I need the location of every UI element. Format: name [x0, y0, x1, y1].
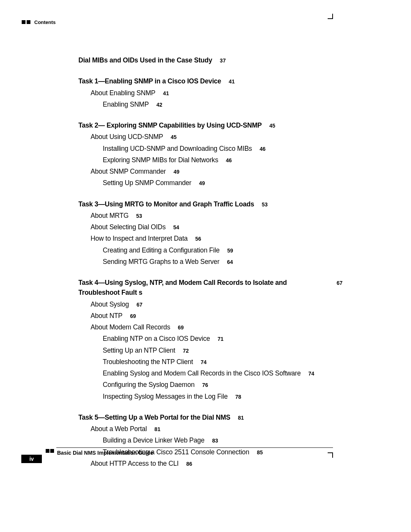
toc-entry-l2: Troubleshooting the NTP Client74 [103, 357, 342, 367]
toc-entry-page: 71 [218, 335, 224, 343]
toc-spacer [78, 190, 342, 197]
toc-entry-title: About Enabling SNMP [91, 88, 155, 98]
table-of-contents: Dial MIBs and OIDs Used in the Case Stud… [78, 53, 342, 470]
toc-entry-page: 53 [136, 212, 142, 220]
toc-entry-l2: Enabling NTP on a Cisco IOS Device71 [103, 334, 342, 343]
toc-entry-title: Building a Device Linker Web Page [103, 435, 204, 445]
toc-spacer [78, 403, 342, 410]
toc-entry-title: Enabling SNMP [103, 99, 149, 109]
toc-section: Task 1—Enabling SNMP in a Cisco IOS Devi… [78, 76, 342, 86]
toc-entry-l1: About a Web Portal81 [91, 424, 342, 434]
toc-entry-page: 74 [308, 370, 314, 378]
toc-entry-page: 67 [336, 279, 342, 287]
toc-entry-l1: About Selecting Dial OIDs54 [91, 222, 342, 232]
toc-entry-page: 45 [269, 122, 276, 130]
toc-spacer [78, 67, 342, 73]
toc-entry-page: 78 [235, 393, 241, 401]
toc-entry-title: Task 5—Setting Up a Web Portal for the D… [78, 412, 230, 422]
square-icon [50, 449, 54, 453]
toc-entry-title: Enabling Syslog and Modem Call Records i… [103, 368, 301, 378]
page-number: iv [21, 455, 42, 463]
guide-title: Basic Dial NMS Implementation Guide [57, 450, 153, 456]
toc-entry-title: About Selecting Dial OIDs [91, 222, 166, 232]
toc-entry-page: 45 [171, 133, 177, 141]
toc-entry-page: 46 [226, 157, 232, 165]
toc-entry-title: About Using UCD-SNMP [91, 132, 163, 142]
toc-entry-l1: About Syslog67 [91, 299, 342, 309]
toc-entry-title: Sending MRTG Graphs to a Web Server [103, 257, 220, 267]
toc-entry-title: Dial MIBs and OIDs Used in the Case Stud… [78, 55, 212, 65]
toc-entry-title: About Syslog [91, 299, 129, 309]
header-label: Contents [34, 19, 56, 25]
toc-entry-l2: Installing UCD-SNMP and Downloading Cisc… [103, 144, 342, 153]
toc-entry-title: Installing UCD-SNMP and Downloading Cisc… [103, 144, 252, 153]
toc-section: Task 3—Using MRTG to Monitor and Graph T… [78, 199, 342, 209]
toc-entry-page: 53 [262, 201, 268, 209]
toc-entry-page: 56 [195, 235, 201, 243]
toc-entry-page: 72 [183, 347, 189, 355]
toc-entry-page: 41 [163, 89, 169, 97]
toc-entry-page: 76 [202, 381, 208, 389]
toc-entry-title: Inspecting Syslog Messages in the Log Fi… [103, 391, 228, 401]
toc-entry-title: Task 2— Exploring SNMP Capabilities by U… [78, 120, 262, 130]
toc-entry-title: Creating and Editing a Configuration Fil… [103, 245, 220, 255]
toc-entry-title: Setting Up SNMP Commander [103, 178, 191, 188]
square-icon [46, 449, 49, 453]
square-icon [22, 20, 25, 24]
toc-entry-page: 67 [137, 301, 143, 309]
toc-entry-page: 42 [156, 101, 162, 109]
toc-entry-page: 49 [174, 168, 180, 176]
toc-section: Dial MIBs and OIDs Used in the Case Stud… [78, 55, 342, 65]
toc-entry-title: Exploring SNMP MIBs for Dial Networks [103, 155, 218, 165]
toc-entry-title: About Modem Call Records [91, 322, 170, 332]
toc-entry-page: 83 [212, 437, 218, 445]
toc-entry-page: 69 [178, 324, 184, 332]
toc-entry-l1: About MRTG53 [91, 211, 342, 220]
toc-entry-title: Task 3—Using MRTG to Monitor and Graph T… [78, 199, 254, 209]
toc-entry-l2: Inspecting Syslog Messages in the Log Fi… [103, 391, 342, 401]
toc-entry-page: 81 [238, 414, 244, 422]
toc-entry-page: 54 [173, 224, 179, 232]
toc-entry-l1: About SNMP Commander49 [91, 166, 342, 176]
crop-mark-top-icon [328, 14, 333, 19]
toc-section: Task 4—Using Syslog, NTP, and Modem Call… [78, 278, 342, 298]
toc-entry-page: 59 [227, 247, 233, 255]
toc-spacer [78, 268, 342, 275]
toc-entry-l2: Enabling SNMP42 [103, 99, 342, 109]
toc-entry-l1: About Modem Call Records69 [91, 322, 342, 332]
toc-entry-title: Enabling NTP on a Cisco IOS Device [103, 334, 210, 343]
toc-entry-page: 37 [220, 57, 226, 65]
toc-entry-title: How to Inspect and Interpret Data [91, 233, 188, 243]
toc-entry-l2: Enabling Syslog and Modem Call Records i… [103, 368, 342, 378]
toc-entry-page: 49 [199, 179, 205, 187]
toc-section: Task 5—Setting Up a Web Portal for the D… [78, 412, 342, 422]
toc-entry-l1: About NTP69 [91, 311, 342, 321]
toc-entry-title: About SNMP Commander [91, 166, 166, 176]
footer-rule [56, 447, 333, 448]
toc-entry-page: 69 [130, 312, 136, 320]
toc-entry-l2: Exploring SNMP MIBs for Dial Networks46 [103, 155, 342, 165]
toc-section: Task 2— Exploring SNMP Capabilities by U… [78, 120, 342, 130]
square-icon [27, 20, 30, 24]
toc-entry-title: About a Web Portal [91, 424, 147, 434]
page-header: Contents [22, 19, 411, 27]
toc-entry-page: 46 [260, 145, 266, 153]
page: Contents Dial MIBs and OIDs Used in the … [0, 0, 411, 532]
toc-entry-l2: Sending MRTG Graphs to a Web Server64 [103, 257, 342, 267]
toc-entry-l2: Building a Device Linker Web Page83 [103, 435, 342, 445]
page-footer: Basic Dial NMS Implementation Guide iv [0, 451, 411, 466]
toc-entry-l1: About Enabling SNMP41 [91, 88, 342, 98]
toc-entry-title: Troubleshooting the NTP Client [103, 357, 193, 367]
toc-entry-page: 64 [227, 258, 233, 266]
toc-entry-page: 81 [155, 425, 161, 433]
toc-spacer [78, 111, 342, 118]
toc-entry-title: Task 4—Using Syslog, NTP, and Modem Call… [78, 278, 329, 298]
toc-entry-l2: Configuring the Syslog Daemon76 [103, 380, 342, 390]
toc-entry-l1: About Using UCD-SNMP45 [91, 132, 342, 142]
toc-entry-page: 74 [201, 358, 207, 366]
toc-entry-l1: How to Inspect and Interpret Data56 [91, 233, 342, 243]
toc-entry-title: About NTP [91, 311, 123, 321]
toc-entry-l2: Setting Up SNMP Commander49 [103, 178, 342, 188]
toc-entry-page: 41 [229, 78, 235, 86]
toc-entry-l2: Creating and Editing a Configuration Fil… [103, 245, 342, 255]
